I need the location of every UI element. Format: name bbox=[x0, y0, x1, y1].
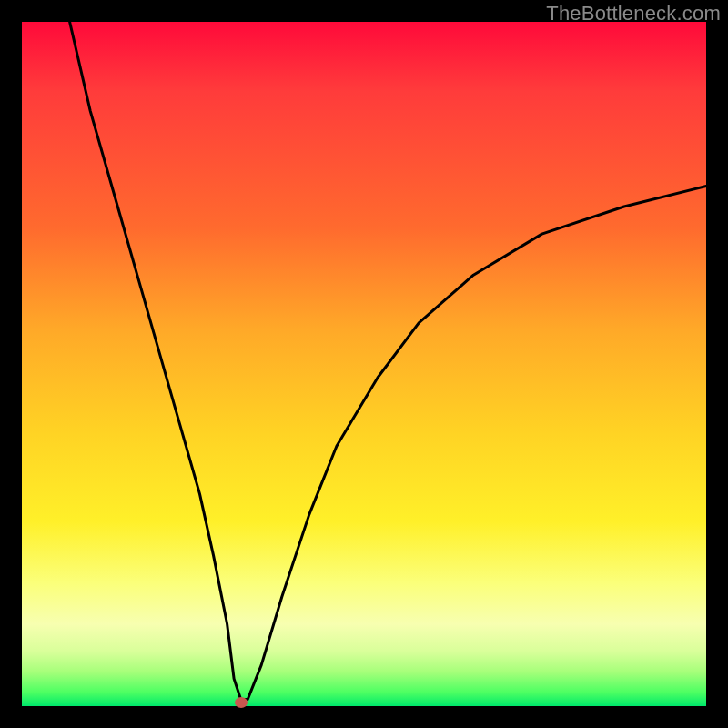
curve-path bbox=[70, 22, 706, 700]
chart-frame: TheBottleneck.com bbox=[0, 0, 728, 728]
min-marker bbox=[235, 697, 248, 708]
attribution-label: TheBottleneck.com bbox=[546, 2, 721, 25]
plot-area bbox=[22, 22, 706, 706]
bottleneck-curve bbox=[22, 22, 706, 706]
